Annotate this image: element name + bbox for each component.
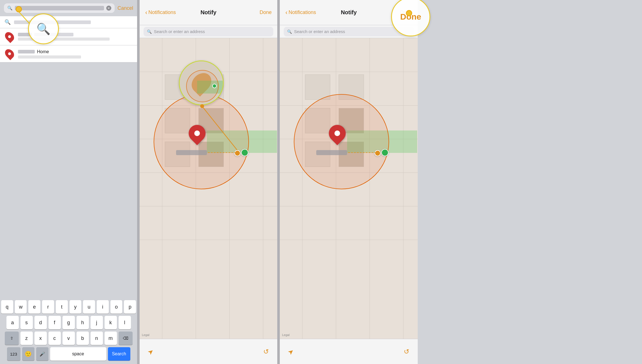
key-u[interactable]: u <box>83 300 95 314</box>
search-result-1[interactable] <box>0 28 137 45</box>
location-pin-2 <box>189 125 205 144</box>
keyboard-row-4: 123 🙂 🎤 space Search <box>1 347 136 361</box>
result-pin-icon-1 <box>4 32 15 42</box>
key-p[interactable]: p <box>124 300 136 314</box>
nav-title-3: Notify <box>341 9 357 16</box>
key-h[interactable]: h <box>77 316 89 329</box>
back-button-2[interactable]: ‹ Notifications <box>145 9 176 16</box>
grid-h <box>140 240 277 240</box>
grid-v <box>229 38 230 339</box>
nav-title-2: Notify <box>200 9 216 16</box>
key-f[interactable]: f <box>49 316 61 329</box>
key-j[interactable]: j <box>91 316 103 329</box>
grid-v <box>302 38 302 339</box>
annotation-dot-done <box>406 10 412 16</box>
panel-notify-1: ‹ Notifications Notify Done 🔍 Search or … <box>140 0 278 364</box>
key-l[interactable]: l <box>119 316 131 329</box>
keyboard: q w e r t y u i o p a s d f g h j k l ⇧ … <box>0 298 137 364</box>
grid-v <box>370 38 370 339</box>
key-shift[interactable]: ⇧ <box>5 332 19 345</box>
search-button[interactable]: Search <box>108 347 130 361</box>
key-z[interactable]: z <box>20 332 33 345</box>
back-button-3[interactable]: ‹ Notifications <box>285 9 316 16</box>
grid-h <box>280 206 418 206</box>
key-c[interactable]: c <box>49 332 61 345</box>
panel-divider-1 <box>137 0 140 364</box>
search-magnifier-icon: 🔍 <box>36 22 50 36</box>
key-i[interactable]: i <box>97 300 109 314</box>
radius-handle-3[interactable] <box>375 150 381 156</box>
map-search-icon-3: 🔍 <box>287 29 292 34</box>
result-text-2: Home <box>18 49 133 59</box>
location-arrow-icon-2[interactable]: ➤ <box>146 347 155 356</box>
map-block <box>305 74 330 100</box>
panel-notify-2: ‹ Notifications Notify Done Done 🔍 Searc… <box>280 0 418 364</box>
grid-h <box>280 72 418 72</box>
radius-expand-icon-3[interactable] <box>381 149 389 156</box>
map-search-icon-2: 🔍 <box>147 29 152 34</box>
key-r[interactable]: r <box>42 300 54 314</box>
key-s[interactable]: s <box>20 316 33 329</box>
keyboard-row-1: q w e r t y u i o p <box>1 300 136 314</box>
key-d[interactable]: d <box>34 316 47 329</box>
search-icon-row: 🔍 <box>4 19 11 25</box>
key-m[interactable]: m <box>105 332 117 345</box>
refresh-icon-3[interactable]: ↺ <box>404 348 409 356</box>
map-background-2: Legal <box>140 38 277 339</box>
key-w[interactable]: w <box>15 300 27 314</box>
done-button-2[interactable]: Done <box>260 10 272 15</box>
key-y[interactable]: y <box>70 300 82 314</box>
cancel-button[interactable]: Cancel <box>117 5 133 11</box>
key-v[interactable]: v <box>63 332 75 345</box>
key-n[interactable]: n <box>91 332 103 345</box>
key-space[interactable]: space <box>50 347 106 361</box>
key-o[interactable]: o <box>110 300 123 314</box>
pin-label-3 <box>316 150 347 155</box>
zoom-dot-top-2 <box>200 104 204 108</box>
key-k[interactable]: k <box>105 316 117 329</box>
key-b[interactable]: b <box>77 332 89 345</box>
nav-bar-3: ‹ Notifications Notify Done Done <box>280 0 418 25</box>
map-area-2: Legal <box>140 38 277 339</box>
key-t[interactable]: t <box>56 300 68 314</box>
grid-v <box>162 38 162 339</box>
search-icon-small: 🔍 <box>7 6 13 11</box>
keyboard-row-2: a s d f g h j k l <box>1 316 136 329</box>
filler-area <box>418 0 642 364</box>
key-emoji[interactable]: 🙂 <box>22 347 34 361</box>
key-x[interactable]: x <box>34 332 47 345</box>
radius-handle-2[interactable] <box>234 150 241 156</box>
key-delete[interactable]: ⌫ <box>119 332 133 345</box>
grid-h <box>140 206 277 206</box>
key-g[interactable]: g <box>63 316 75 329</box>
search-clear-button[interactable]: ✕ <box>106 6 111 11</box>
dashed-line-2 <box>208 152 236 153</box>
radius-expand-icon-2[interactable] <box>241 149 248 156</box>
refresh-icon-2[interactable]: ↺ <box>263 348 269 356</box>
key-q[interactable]: q <box>1 300 13 314</box>
map-search-text-3: Search or enter an address <box>294 29 345 34</box>
key-e[interactable]: e <box>28 300 40 314</box>
map-search-input-3[interactable]: 🔍 Search or enter an address <box>284 27 414 36</box>
location-arrow-icon-3[interactable]: ➤ <box>286 347 295 356</box>
legal-text-3: Legal <box>282 333 290 337</box>
nav-bar-2: ‹ Notifications Notify Done <box>140 0 277 25</box>
annotation-circle-search: 🔍 <box>28 13 59 44</box>
dashed-line-3 <box>348 152 376 153</box>
result-pin-icon-2 <box>4 49 15 59</box>
location-pin-3 <box>329 125 346 144</box>
key-microphone[interactable]: 🎤 <box>36 347 49 361</box>
map-toolbar-2: ➤ ↺ <box>140 339 277 364</box>
map-search-input-2[interactable]: 🔍 Search or enter an address <box>144 27 273 36</box>
search-result-2[interactable]: Home <box>0 45 137 62</box>
map-area-3: Legal <box>280 38 418 339</box>
map-toolbar-3: ➤ ↺ <box>280 339 418 364</box>
keyboard-row-3: ⇧ z x c v b n m ⌫ <box>1 332 136 345</box>
back-label-3: Notifications <box>288 10 316 15</box>
grid-v <box>403 38 403 339</box>
map-search-bar-2: 🔍 Search or enter an address <box>140 25 277 38</box>
chevron-left-icon-2: ‹ <box>145 9 147 16</box>
pin-label-2 <box>176 150 207 155</box>
key-a[interactable]: a <box>6 316 19 329</box>
key-numbers[interactable]: 123 <box>7 347 20 361</box>
